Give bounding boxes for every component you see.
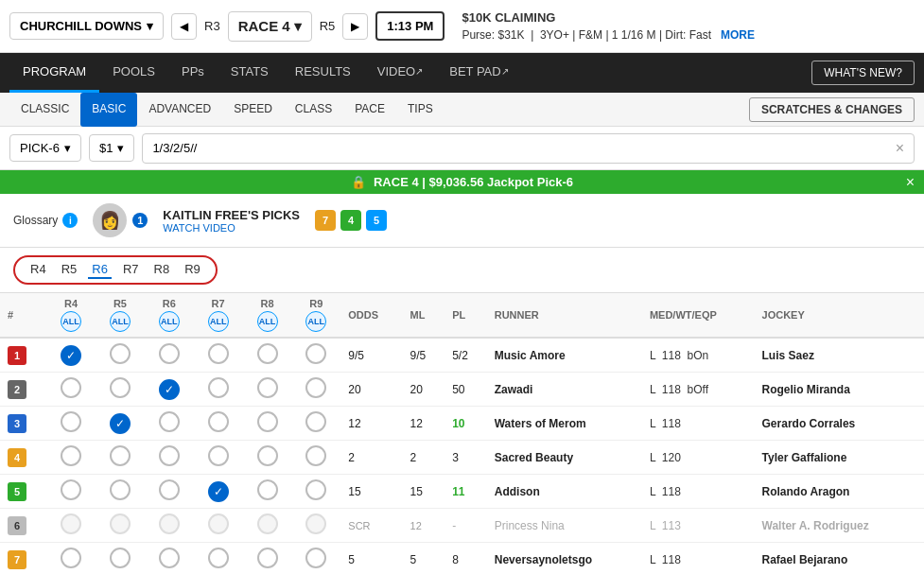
runner-num-badge: 5 xyxy=(8,482,26,501)
runner-r7-check[interactable] xyxy=(208,411,229,432)
runner-ml-cell: 2 xyxy=(403,441,445,475)
all-r7-button[interactable]: ALL xyxy=(208,311,229,332)
runner-r9-check[interactable] xyxy=(305,445,326,466)
col-header-jockey: JOCKEY xyxy=(755,293,924,338)
tab-program[interactable]: PROGRAM xyxy=(9,53,99,93)
runner-r8-check[interactable] xyxy=(257,377,278,398)
runner-r6-check[interactable] xyxy=(159,411,180,432)
runner-r8-check[interactable] xyxy=(257,411,278,432)
runner-r6-check[interactable]: ✓ xyxy=(159,379,180,400)
all-r8-button[interactable]: ALL xyxy=(257,311,278,332)
runner-r7-check[interactable]: ✓ xyxy=(208,481,229,502)
runner-num-badge: 3 xyxy=(8,414,26,433)
sub-tab-basic[interactable]: BASIC xyxy=(80,93,137,127)
runner-r7-check[interactable] xyxy=(208,343,229,364)
runner-jockey-cell: Gerardo Corrales xyxy=(755,407,924,441)
info-icon[interactable]: i xyxy=(62,213,78,228)
picker-avatar: 👩 xyxy=(93,203,127,237)
runners-table: # R4 ALL R5 ALL R6 ALL xyxy=(0,293,924,574)
runner-r4-check[interactable]: ✓ xyxy=(61,345,81,366)
sub-tab-advanced[interactable]: ADVANCED xyxy=(137,93,222,127)
runner-r5-check[interactable] xyxy=(110,445,131,466)
scratches-button[interactable]: SCRATCHES & CHANGES xyxy=(749,97,915,122)
sequence-input[interactable] xyxy=(152,141,895,155)
race-conditions: 3YO+ | F&M | 1 1/16 M | Dirt: Fast xyxy=(540,28,711,42)
runner-pl-cell: 50 xyxy=(445,373,487,407)
sub-tab-class[interactable]: CLASS xyxy=(284,93,343,127)
round-r4[interactable]: R4 xyxy=(26,261,50,279)
runner-r9-check[interactable] xyxy=(305,411,326,432)
runner-r6-cell xyxy=(145,543,194,575)
runner-r8-check[interactable] xyxy=(257,343,278,364)
jackpot-close-button[interactable]: × xyxy=(906,174,915,191)
runner-r5-check[interactable] xyxy=(110,377,131,398)
runner-r4-check[interactable] xyxy=(61,548,81,568)
col-header-num: # xyxy=(0,293,46,338)
sequence-input-wrap: × xyxy=(142,133,915,164)
runner-num-cell: 5 xyxy=(0,475,46,509)
runner-r9-check xyxy=(305,513,326,534)
runner-r5-check[interactable] xyxy=(110,343,131,364)
runner-r6-check[interactable] xyxy=(159,479,180,500)
runner-r7-check[interactable] xyxy=(208,548,229,568)
all-r6-button[interactable]: ALL xyxy=(159,311,180,332)
jackpot-banner: 🔒 RACE 4 | $9,036.56 Jackpot Pick-6 × xyxy=(0,170,924,194)
runner-r4-check[interactable] xyxy=(61,411,81,432)
wager-type-dropdown[interactable]: PICK-6 ▾ xyxy=(9,134,81,162)
sub-tab-speed[interactable]: SPEED xyxy=(222,93,284,127)
tab-video[interactable]: VIDEO ↗ xyxy=(364,53,436,93)
round-r6[interactable]: R6 xyxy=(88,261,112,279)
all-r4-button[interactable]: ALL xyxy=(61,311,81,332)
runner-r5-check[interactable]: ✓ xyxy=(110,413,131,434)
runner-r9-check[interactable] xyxy=(305,479,326,500)
post-time-button[interactable]: 1:13 PM xyxy=(375,11,445,41)
all-r9-button[interactable]: ALL xyxy=(305,311,326,332)
sub-tab-classic[interactable]: CLASSIC xyxy=(9,93,80,127)
runner-r4-check[interactable] xyxy=(61,445,81,466)
runner-r6-check[interactable] xyxy=(159,343,180,364)
runner-num-cell: 1 xyxy=(0,338,46,373)
runner-r9-check[interactable] xyxy=(305,377,326,398)
runner-r6-check[interactable] xyxy=(159,548,180,568)
runner-r8-check[interactable] xyxy=(257,445,278,466)
clear-sequence-button[interactable]: × xyxy=(896,140,904,157)
round-r8[interactable]: R8 xyxy=(150,261,174,279)
all-r5-button[interactable]: ALL xyxy=(110,311,131,332)
tab-pps[interactable]: PPs xyxy=(168,53,218,93)
watch-video-link[interactable]: WATCH VIDEO xyxy=(163,222,300,234)
runner-pl-cell: 11 xyxy=(445,475,487,509)
sub-tab-tips[interactable]: TIPS xyxy=(396,93,445,127)
runner-r7-check[interactable] xyxy=(208,445,229,466)
more-link[interactable]: MORE xyxy=(721,28,755,42)
race-selector[interactable]: RACE 4 ▾ xyxy=(228,11,312,42)
runner-r8-check[interactable] xyxy=(257,479,278,500)
runner-r4-check[interactable] xyxy=(61,479,81,500)
venue-button[interactable]: CHURCHILL DOWNS ▾ xyxy=(9,12,164,40)
runner-r7-cell xyxy=(194,441,243,475)
runner-r4-cell: ✓ xyxy=(46,338,96,373)
sub-tab-pace[interactable]: PACE xyxy=(343,93,396,127)
next-race-button[interactable]: ▶ xyxy=(342,13,368,40)
prev-race-button[interactable]: ◀ xyxy=(171,13,197,40)
whats-new-button[interactable]: WHAT'S NEW? xyxy=(811,61,915,85)
round-r5[interactable]: R5 xyxy=(58,261,81,279)
runner-r5-check[interactable] xyxy=(110,548,131,568)
runner-r4-check[interactable] xyxy=(61,377,81,398)
tab-pools[interactable]: POOLS xyxy=(99,53,168,93)
runner-r9-check[interactable] xyxy=(305,343,326,364)
runner-r6-check[interactable] xyxy=(159,445,180,466)
runner-r5-check[interactable] xyxy=(110,479,131,500)
runner-ml-cell: 15 xyxy=(403,475,445,509)
round-r7[interactable]: R7 xyxy=(119,261,143,279)
runner-r9-check[interactable] xyxy=(305,548,326,568)
tab-results[interactable]: RESULTS xyxy=(282,53,364,93)
round-r9[interactable]: R9 xyxy=(181,261,204,279)
runner-r5-cell xyxy=(96,543,145,575)
runner-r8-check[interactable] xyxy=(257,548,278,568)
runner-r4-cell xyxy=(46,475,96,509)
tab-stats[interactable]: STATS xyxy=(218,53,282,93)
runner-num-cell: 4 xyxy=(0,441,46,475)
runner-r7-check[interactable] xyxy=(208,377,229,398)
tab-betpad[interactable]: BET PAD ↗ xyxy=(436,53,521,93)
amount-dropdown[interactable]: $1 ▾ xyxy=(89,134,134,162)
